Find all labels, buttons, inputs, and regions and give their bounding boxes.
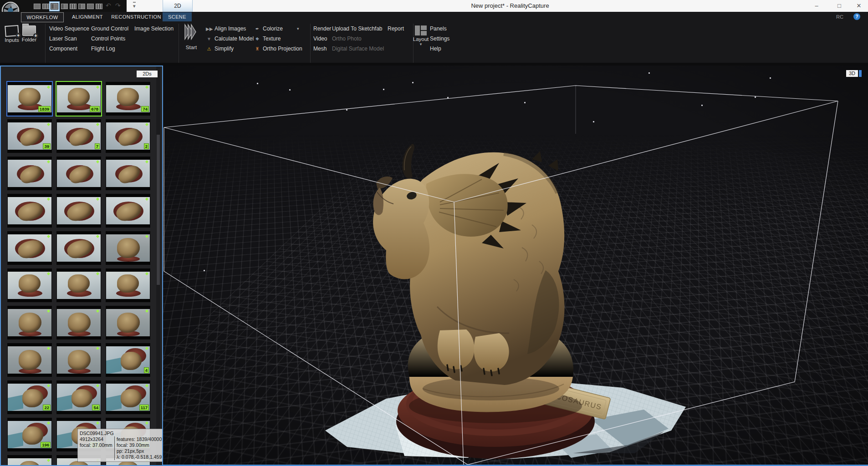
menu-mesh[interactable]: Mesh bbox=[313, 46, 327, 52]
ribbon-body: + Inputs + Folder Video Sequence Laser S… bbox=[0, 22, 868, 66]
help-icon[interactable]: ? bbox=[853, 13, 860, 20]
feature-count-badge: 7 bbox=[95, 143, 100, 149]
layout-button[interactable]: Layout ▾ bbox=[411, 24, 430, 46]
reconstruction-region-box[interactable] bbox=[163, 66, 868, 466]
viewport-3d[interactable]: STYRACOSAURUS bbox=[163, 66, 868, 466]
menu-upload-sketchfab[interactable]: Upload To Sketchfab bbox=[332, 25, 383, 32]
menu-flight-log[interactable]: Flight Log bbox=[91, 46, 115, 52]
thumbnail-photo bbox=[8, 346, 51, 374]
thumbnail-photo bbox=[106, 160, 150, 187]
menu-report[interactable]: Report bbox=[388, 25, 404, 32]
menu-laser-scan[interactable]: Laser Scan bbox=[49, 35, 77, 42]
menu-control-points[interactable]: Control Points bbox=[91, 35, 125, 42]
tab-workflow[interactable]: WORKFLOW bbox=[21, 12, 64, 22]
menu-calculate-model[interactable]: ▼ Calculate Model ▾ bbox=[206, 35, 258, 42]
tab-reconstruction[interactable]: RECONSTRUCTION bbox=[111, 12, 162, 21]
viewport-tab-2d[interactable]: 2D bbox=[163, 0, 193, 12]
panel-scrollbar[interactable] bbox=[156, 66, 160, 465]
layout-preset-4-icon[interactable] bbox=[61, 3, 68, 10]
tab-scene[interactable]: SCENE bbox=[163, 12, 192, 21]
toolbar-customize-icon[interactable]: ▾ bbox=[133, 2, 136, 9]
image-thumbnail[interactable] bbox=[106, 194, 150, 228]
image-thumbnail[interactable] bbox=[7, 194, 52, 228]
image-thumbnail[interactable] bbox=[56, 157, 101, 190]
layout-preset-3-active[interactable] bbox=[49, 1, 60, 11]
layout-preset-1-icon[interactable] bbox=[33, 3, 41, 10]
thumbnail-photo bbox=[8, 272, 51, 299]
image-thumbnail[interactable] bbox=[7, 157, 52, 190]
image-thumbnail[interactable]: 196 bbox=[7, 418, 52, 451]
image-thumbnail[interactable] bbox=[56, 306, 101, 339]
image-thumbnail[interactable]: 1839 bbox=[7, 82, 52, 116]
feature-count-badge: 74 bbox=[141, 106, 149, 112]
image-thumbnail[interactable] bbox=[106, 231, 150, 265]
layout-preset-6-icon[interactable] bbox=[78, 3, 86, 10]
image-thumbnail[interactable] bbox=[56, 194, 101, 228]
minimize-button[interactable]: – bbox=[806, 0, 827, 12]
menu-settings[interactable]: Settings bbox=[430, 35, 449, 42]
image-thumbnail[interactable] bbox=[7, 268, 52, 302]
image-thumbnail[interactable] bbox=[106, 306, 150, 339]
redo-icon[interactable]: ↷ bbox=[115, 2, 121, 9]
images-panel-2d[interactable]: 1839 678 74 39 7 2 bbox=[0, 66, 163, 466]
image-thumbnail[interactable]: 4 bbox=[106, 343, 150, 377]
thumbnail-photo bbox=[57, 197, 101, 224]
layout-preset-5-icon[interactable] bbox=[69, 3, 77, 10]
image-thumbnail[interactable] bbox=[7, 231, 52, 265]
image-thumbnail[interactable]: 2 bbox=[106, 119, 150, 153]
image-thumbnail[interactable]: 7 bbox=[56, 119, 101, 153]
folder-button[interactable]: + Folder bbox=[20, 23, 38, 42]
thumbnail-photo bbox=[106, 346, 150, 374]
menu-align-images[interactable]: ▶▶ Align Images bbox=[206, 25, 246, 32]
menu-render[interactable]: Render bbox=[313, 25, 331, 32]
image-thumbnail[interactable] bbox=[56, 343, 101, 377]
image-thumbnail[interactable] bbox=[106, 268, 150, 302]
close-button[interactable]: ✕ bbox=[850, 0, 868, 12]
chevron-down-icon[interactable]: ▾ bbox=[411, 42, 430, 46]
colorize-dropdown[interactable]: ▾ bbox=[297, 26, 299, 31]
start-triple-arrow-icon bbox=[184, 23, 199, 42]
menu-texture[interactable]: ❖ Texture bbox=[254, 35, 281, 42]
image-thumbnail[interactable]: 54 bbox=[56, 380, 101, 414]
colorize-icon: ✒ bbox=[254, 26, 260, 31]
inputs-button[interactable]: + Inputs bbox=[3, 23, 21, 43]
thumbnail-photo bbox=[8, 234, 51, 262]
tab-alignment[interactable]: ALIGNMENT bbox=[66, 12, 108, 21]
menu-ground-control[interactable]: Ground Control bbox=[91, 25, 128, 32]
maximize-button[interactable]: □ bbox=[829, 0, 850, 12]
thumbnail-photo bbox=[57, 346, 101, 374]
menu-simplify[interactable]: ⚠ Simplify bbox=[206, 46, 234, 52]
tooltip-principal-point: pp: 21px,5px bbox=[117, 448, 162, 454]
menu-video-sequence[interactable]: Video Sequence bbox=[49, 25, 89, 32]
image-thumbnail[interactable] bbox=[56, 268, 101, 302]
feature-count-badge: 22 bbox=[43, 405, 51, 410]
thumbnail-photo bbox=[57, 272, 101, 299]
menu-ortho-projection[interactable]: ♜ Ortho Projection bbox=[254, 46, 302, 52]
undo-icon[interactable]: ↶ bbox=[106, 2, 111, 9]
image-thumbnail[interactable] bbox=[7, 455, 52, 466]
feature-count-badge: 1839 bbox=[38, 106, 51, 112]
start-button[interactable]: Start bbox=[182, 23, 200, 50]
tooltip-lambda: λ: 0.078,-0.518,1.459 bbox=[117, 454, 162, 460]
image-thumbnail[interactable]: 39 bbox=[7, 119, 52, 153]
menu-image-selection[interactable]: Image Selection bbox=[134, 25, 174, 32]
rc-badge: RC bbox=[836, 14, 843, 20]
layout-preset-2-icon[interactable] bbox=[42, 3, 50, 10]
title-bar: ↶ ↷ ▾ 2D New project* - RealityCapture –… bbox=[0, 0, 868, 12]
image-thumbnail[interactable]: 74 bbox=[106, 82, 150, 116]
layout-preset-7-icon[interactable] bbox=[87, 3, 94, 10]
menu-panels[interactable]: Panels bbox=[430, 25, 447, 32]
layout-preset-8-icon[interactable] bbox=[95, 3, 103, 10]
image-thumbnail[interactable] bbox=[7, 343, 52, 377]
image-thumbnail[interactable] bbox=[56, 231, 101, 265]
image-thumbnail[interactable]: 678 bbox=[56, 82, 101, 116]
menu-help[interactable]: Help bbox=[430, 46, 441, 52]
thumbnail-photo bbox=[106, 272, 150, 299]
image-thumbnail[interactable] bbox=[7, 306, 52, 339]
image-thumbnail[interactable] bbox=[106, 157, 150, 190]
menu-video[interactable]: Video bbox=[313, 35, 327, 42]
image-thumbnail[interactable]: 22 bbox=[7, 380, 52, 414]
image-thumbnail[interactable]: 117 bbox=[106, 380, 150, 414]
menu-component[interactable]: Component bbox=[49, 46, 77, 52]
menu-colorize[interactable]: ✒ Colorize bbox=[254, 25, 283, 32]
